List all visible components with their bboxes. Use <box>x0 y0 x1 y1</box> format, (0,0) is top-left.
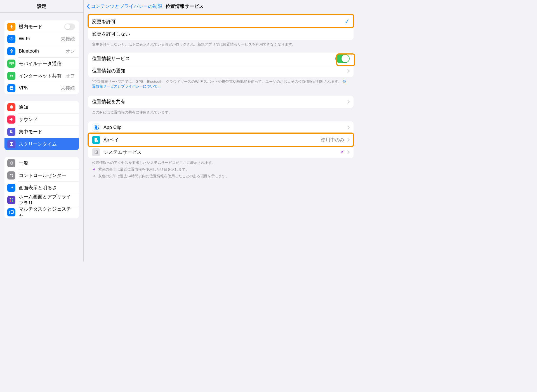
system-services-icon <box>92 148 100 156</box>
sidebar-item-wifi[interactable]: Wi-Fi未接続 <box>4 33 79 45</box>
chevron-right-icon <box>347 126 350 129</box>
legend-gray-text: 灰色の矢印は過去24時間以内に位置情報を使用したことのある項目を示します。 <box>98 174 229 179</box>
svg-rect-25 <box>95 126 97 129</box>
sidebar-item-value: 未接続 <box>61 85 75 91</box>
disallow-changes-row[interactable]: 変更を許可しない <box>88 28 354 40</box>
location-arrow-purple-icon <box>92 167 96 171</box>
sidebar-item-switches[interactable]: コントロールセンター <box>4 169 79 181</box>
sidebar-item-label: スクリーンタイム <box>19 141 75 147</box>
sidebar-item-label: 画面表示と明るさ <box>19 185 75 191</box>
sidebar: 設定 機内モードWi-Fi未接続Bluetoothオンモバイルデータ通信インター… <box>0 0 84 261</box>
location-services-row[interactable]: 位置情報サービス <box>88 53 354 65</box>
sidebar-title: 設定 <box>37 3 46 10</box>
sidebar-item-label: モバイルデータ通信 <box>19 60 75 67</box>
svg-text:VPN: VPN <box>9 87 13 90</box>
svg-point-30 <box>96 152 96 153</box>
link-icon <box>7 72 15 80</box>
sidebar-item-antenna[interactable]: モバイルデータ通信 <box>4 57 79 70</box>
sidebar-item-value: オン <box>65 48 75 55</box>
svg-line-11 <box>13 162 13 162</box>
back-label: コンテンツとプライバシーの制限 <box>91 3 162 10</box>
sidebar-item-label: インターネット共有 <box>19 73 65 79</box>
share-location-label: 位置情報を共有 <box>92 98 345 105</box>
bell-icon <box>7 103 15 111</box>
location-alerts-row[interactable]: 位置情報の通知 <box>88 65 354 77</box>
sidebar-item-gear[interactable]: 一般 <box>4 157 79 169</box>
svg-rect-21 <box>12 200 13 202</box>
location-services-footer: "位置情報サービス" では、GPS、Bluetooth、クラウドソースのWi-F… <box>84 77 358 89</box>
app-clip-label: App Clip <box>103 125 345 130</box>
sidebar-item-label: 通知 <box>19 104 75 110</box>
wifi-icon <box>7 35 15 43</box>
sidebar-item-hourglass[interactable]: スクリーンタイム <box>4 138 79 150</box>
share-location-row[interactable]: 位置情報を共有 <box>88 96 354 108</box>
airpay-label: Airペイ <box>103 137 321 143</box>
back-button[interactable]: コンテンツとプライバシーの制限 <box>86 3 162 10</box>
sidebar-item-brightness[interactable]: AA画面表示と明るさ <box>4 181 79 194</box>
airpay-value: 使用中のみ <box>321 137 345 143</box>
sidebar-item-moon[interactable]: 集中モード <box>4 126 79 138</box>
app-clip-row[interactable]: App Clip <box>88 121 354 134</box>
airpay-icon: ¥ <box>92 136 100 144</box>
sidebar-group: 一般コントロールセンターAA画面表示と明るさホーム画面とアプリライブラリマルチタ… <box>4 157 79 218</box>
sidebar-item-label: 一般 <box>19 160 75 166</box>
svg-line-10 <box>10 164 10 164</box>
location-services-label: 位置情報サービス <box>92 55 335 62</box>
allow-changes-footer: 変更を許可しないと、以下に表示されている設定がロックされ、新規アプリでは位置情報… <box>84 40 358 47</box>
svg-point-12 <box>10 174 11 175</box>
sidebar-header: 設定 <box>0 0 83 13</box>
sidebar-item-bell[interactable]: 通知 <box>4 101 79 113</box>
globe-icon: VPN <box>7 84 15 92</box>
share-location-footer: このiPadは位置情報の共有に使用されています。 <box>84 108 358 115</box>
legend-purple-text: 紫色の矢印は最近位置情報を使用した項目を示します。 <box>98 167 189 172</box>
svg-line-37 <box>95 153 95 154</box>
hourglass-icon <box>7 140 15 148</box>
sidebar-item-bluetooth[interactable]: Bluetoothオン <box>4 45 79 57</box>
sidebar-item-value: オフ <box>65 73 75 79</box>
detail-pane: コンテンツとプライバシーの制限 位置情報サービス 変更を許可 ✓ 変更を許可しな… <box>84 0 358 261</box>
sidebar-item-value: 未接続 <box>61 36 75 42</box>
share-location-group: 位置情報を共有 <box>88 96 354 108</box>
svg-rect-18 <box>10 198 11 200</box>
app-clip-icon <box>92 124 100 132</box>
svg-rect-23 <box>11 211 13 214</box>
sidebar-item-label: マルチタスクとジェスチャ <box>19 206 75 218</box>
svg-line-38 <box>97 151 98 151</box>
antenna-icon <box>7 60 15 68</box>
grid-icon <box>7 196 15 204</box>
location-arrow-purple-icon <box>340 150 344 154</box>
sidebar-item-link[interactable]: インターネット共有オフ <box>4 70 79 82</box>
svg-point-14 <box>12 175 13 177</box>
sidebar-item-speaker[interactable]: サウンド <box>4 113 79 126</box>
sidebar-item-label: 機内モード <box>19 23 64 30</box>
detail-title: 位置情報サービス <box>166 3 204 10</box>
svg-text:A: A <box>12 186 13 188</box>
sidebar-item-globe[interactable]: VPNVPN未接続 <box>4 82 79 94</box>
airplane-toggle[interactable] <box>64 23 75 30</box>
bluetooth-icon <box>7 47 15 55</box>
svg-point-3 <box>11 163 12 164</box>
allow-changes-row[interactable]: 変更を許可 ✓ <box>88 15 354 28</box>
location-arrow-gray-icon <box>92 174 96 178</box>
sidebar-item-airplane[interactable]: 機内モード <box>4 20 79 33</box>
airplane-icon <box>7 23 15 31</box>
system-services-row[interactable]: システムサービス <box>88 146 354 158</box>
svg-line-9 <box>13 164 13 164</box>
speaker-icon <box>7 115 15 124</box>
gear-icon <box>7 159 15 167</box>
detail-header: コンテンツとプライバシーの制限 位置情報サービス <box>84 0 358 13</box>
svg-text:¥: ¥ <box>96 140 97 142</box>
brightness-icon: AA <box>7 184 15 192</box>
sidebar-item-label: VPN <box>19 85 61 91</box>
sidebar-item-label: サウンド <box>19 116 75 123</box>
switches-icon <box>7 171 15 180</box>
location-services-toggle[interactable] <box>335 54 350 63</box>
sidebar-item-label: ホーム画面とアプリライブラリ <box>19 193 75 206</box>
chevron-right-icon <box>347 100 350 104</box>
svg-line-36 <box>97 153 98 154</box>
multitasking-icon <box>7 208 15 216</box>
sidebar-item-grid[interactable]: ホーム画面とアプリライブラリ <box>4 194 79 206</box>
sidebar-item-label: Wi-Fi <box>19 36 61 42</box>
sidebar-item-multitasking[interactable]: マルチタスクとジェスチャ <box>4 206 79 218</box>
airpay-row[interactable]: ¥ Airペイ 使用中のみ <box>88 134 354 146</box>
